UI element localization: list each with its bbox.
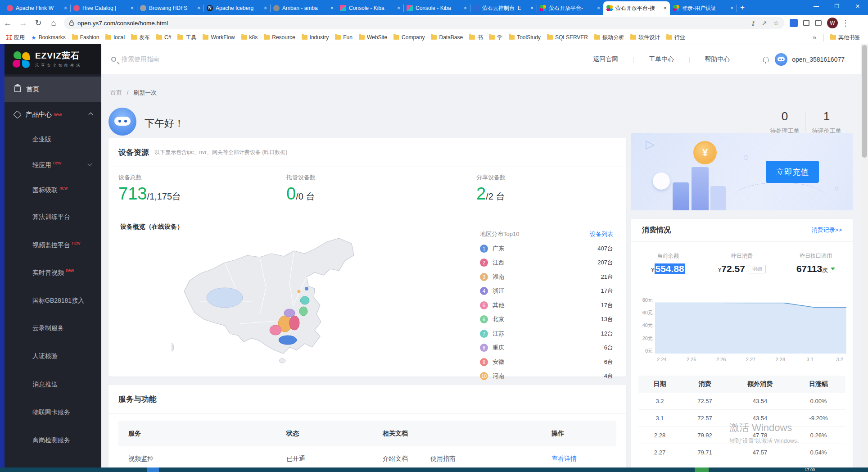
tab-ys7-open-1[interactable]: 萤石开放平台-×: [537, 1, 603, 15]
china-map[interactable]: [172, 234, 388, 369]
bookmark-apps[interactable]: 应用: [6, 34, 25, 41]
sidebar-item-gb28181[interactable]: 国标GB28181接入: [32, 297, 84, 305]
tab-close-icon[interactable]: ×: [264, 5, 267, 11]
bookmark-item[interactable]: Resource: [264, 34, 295, 41]
url-text[interactable]: open.ys7.com/console/home.html: [77, 20, 744, 27]
guide-doc-link[interactable]: 使用指南: [430, 455, 456, 463]
bookmark-item[interactable]: k8s: [241, 34, 258, 41]
tab-apache-flink[interactable]: Apache Flink W×: [4, 1, 70, 15]
tab-close-icon[interactable]: ×: [397, 5, 400, 11]
bookmark-item[interactable]: 行业: [666, 34, 685, 41]
share-icon[interactable]: ↗: [762, 19, 767, 27]
bookmark-item[interactable]: 工具: [177, 34, 196, 41]
browser-menu-icon[interactable]: ⋮: [838, 18, 853, 28]
tab-hive-catalog[interactable]: Hive Catalog |×: [70, 1, 137, 15]
tab-close-icon[interactable]: ×: [197, 5, 200, 11]
bookmark-item[interactable]: 软件设计: [630, 34, 660, 41]
bookmark-item[interactable]: DataBase: [431, 34, 463, 41]
bookmark-item[interactable]: Fashion: [72, 34, 99, 41]
extensions-puzzle-icon[interactable]: [803, 20, 809, 26]
bookmark-item[interactable]: 振动分析: [594, 34, 624, 41]
bookmark-item[interactable]: Fun: [335, 34, 353, 41]
taskbar-app-blue[interactable]: [147, 467, 159, 472]
pending-tickets[interactable]: 0 待处理工单: [764, 109, 805, 135]
side-panel-icon[interactable]: [815, 20, 822, 26]
browser-profile-avatar[interactable]: W: [827, 18, 838, 28]
tab-close-icon[interactable]: ×: [730, 5, 733, 11]
ezviz-logo[interactable]: EZVIZ萤石 乐享安全智能生活: [5, 44, 101, 74]
close-button[interactable]: ✕: [847, 0, 868, 13]
maximize-button[interactable]: ❐: [827, 0, 847, 13]
to-review-tickets[interactable]: 1 待评价工单: [806, 109, 847, 135]
tab-ys7-open-active[interactable]: 萤石开放平台-接×: [603, 1, 670, 15]
key-icon[interactable]: ⚷: [750, 19, 755, 27]
new-tab-button[interactable]: +: [740, 3, 745, 12]
bookmark-item[interactable]: 书: [469, 34, 483, 41]
page-scrollbar[interactable]: [861, 44, 868, 467]
tab-close-icon[interactable]: ×: [64, 5, 67, 11]
link-ticket-center[interactable]: 工单中心: [633, 55, 689, 64]
forward-icon[interactable]: →: [15, 18, 31, 28]
sidebar-item-message-push[interactable]: 消息推送: [32, 381, 58, 389]
bookmark-item[interactable]: 学: [489, 34, 502, 41]
other-bookmarks[interactable]: 其他书签: [823, 34, 860, 41]
tab-console-kibana-1[interactable]: Console - Kiba×: [337, 1, 403, 15]
consumption-records-link[interactable]: 消费记录>>: [812, 226, 842, 234]
recharge-button[interactable]: 立即充值: [766, 161, 819, 183]
sidebar-item-gb-cascade[interactable]: 国标级联new: [32, 186, 68, 195]
sidebar-item-cloud-record[interactable]: 云录制服务: [32, 324, 64, 332]
intro-doc-link[interactable]: 介绍文档: [383, 455, 408, 463]
tab-console-kibana-2[interactable]: Console - Kiba×: [403, 1, 470, 15]
back-icon[interactable]: ←: [0, 18, 15, 28]
extension-icon[interactable]: [790, 19, 798, 27]
bookmark-item[interactable]: SQLSERVER: [547, 34, 588, 41]
windows-taskbar[interactable]: 17:00: [0, 467, 868, 472]
notification-bell-icon[interactable]: [763, 57, 769, 62]
home-icon[interactable]: ⌂: [46, 18, 61, 28]
tab-close-icon[interactable]: ×: [131, 5, 134, 11]
tab-ys7-login[interactable]: 登录-用户认证×: [670, 1, 737, 15]
tab-browsing-hdfs[interactable]: Browsing HDFS×: [137, 1, 203, 15]
bookmark-item[interactable]: Industry: [302, 34, 329, 41]
user-avatar[interactable]: [775, 53, 787, 66]
bookmark-item[interactable]: Company: [393, 34, 425, 41]
view-details-link[interactable]: 查看详情: [552, 455, 616, 463]
tab-close-icon[interactable]: ×: [597, 5, 600, 11]
bookmark-item[interactable]: ToolStudy: [509, 34, 541, 41]
reload-icon[interactable]: ↻: [31, 18, 46, 28]
bookmark-item[interactable]: C#: [156, 34, 171, 41]
bookmark-star-icon[interactable]: ☆: [773, 19, 779, 27]
scrollbar-thumb[interactable]: [862, 45, 867, 158]
sidebar-item-product-center[interactable]: 产品中心new: [5, 102, 101, 127]
sidebar-item-video-platform[interactable]: 视频监控平台new: [32, 241, 80, 250]
sidebar-item-iot-card[interactable]: 物联网卡服务: [32, 408, 70, 417]
bookmark-item[interactable]: ★Bookmarks: [31, 34, 66, 41]
sidebar-item-algo-training[interactable]: 算法训练平台: [32, 213, 70, 221]
tab-close-icon[interactable]: ×: [464, 5, 467, 11]
bookmark-item[interactable]: WorkFlow: [203, 34, 235, 41]
bookmark-item[interactable]: 发布: [131, 34, 150, 41]
detail-tag[interactable]: 明细: [749, 265, 766, 273]
link-official-site[interactable]: 返回官网: [578, 55, 633, 64]
taskbar-app-green[interactable]: [695, 467, 709, 472]
tab-apache-iceberg[interactable]: NApache Iceberg×: [203, 1, 270, 15]
bookmark-item[interactable]: local: [105, 34, 125, 41]
device-list-link[interactable]: 设备列表: [590, 230, 613, 238]
sidebar-item-rtc[interactable]: 实时音视频new: [32, 268, 74, 277]
link-help-center[interactable]: 帮助中心: [689, 55, 745, 64]
dropdown-arrow-icon[interactable]: [831, 268, 835, 270]
bookmark-item[interactable]: WebSite: [359, 34, 387, 41]
tab-close-icon[interactable]: ×: [664, 5, 667, 11]
sidebar-item-home[interactable]: 首页: [5, 77, 101, 102]
minimize-button[interactable]: —: [806, 0, 827, 13]
sidebar-item-id-verify[interactable]: 人证核验: [32, 352, 58, 360]
tab-ys7-console[interactable]: 萤石云控制台_E×: [470, 1, 537, 15]
search-input[interactable]: 搜索使用指南: [122, 55, 578, 64]
tab-close-icon[interactable]: ×: [530, 5, 533, 11]
tab-ambari[interactable]: Ambari - amba×: [270, 1, 337, 15]
address-bar[interactable]: open.ys7.com/console/home.html ⚷ ↗ ☆: [64, 17, 784, 29]
tab-close-icon[interactable]: ×: [330, 5, 334, 11]
sidebar-item-absence-detect[interactable]: 离岗检测服务: [32, 436, 70, 445]
sidebar-item-light-app[interactable]: 轻应用new: [32, 160, 101, 169]
breadcrumb-home[interactable]: 首页: [110, 89, 122, 96]
